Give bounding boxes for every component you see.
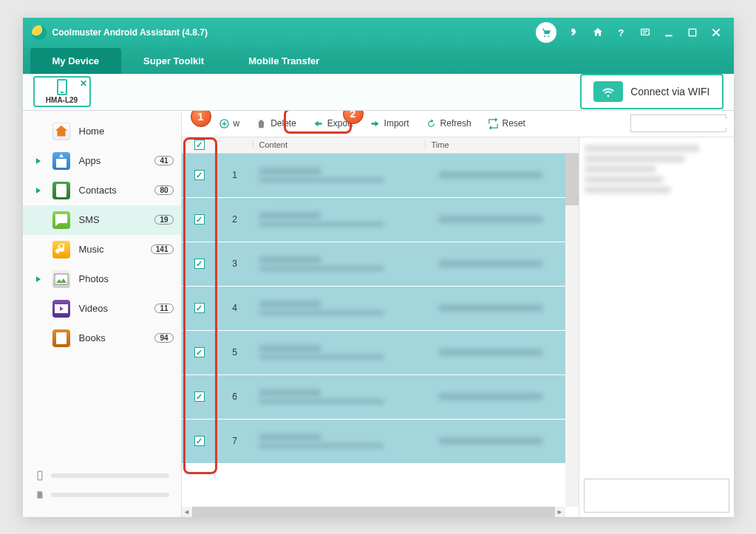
table-row[interactable]: 6 xyxy=(182,375,579,420)
row-number: 2 xyxy=(217,214,253,225)
row-checkbox[interactable] xyxy=(194,303,205,313)
sidebar-label-contacts: Contacts xyxy=(79,185,155,196)
badge-videos: 11 xyxy=(154,304,173,313)
row-number: 7 xyxy=(217,436,253,446)
expand-arrow-icon xyxy=(36,188,41,194)
row-time xyxy=(438,435,579,447)
row-time xyxy=(438,391,579,403)
device-tab[interactable]: ✕ HMA-L29 xyxy=(33,76,91,107)
row-checkbox[interactable] xyxy=(194,170,205,180)
minimize-button[interactable] xyxy=(660,24,678,41)
wifi-icon xyxy=(593,81,623,102)
sidebar-item-apps[interactable]: Apps 41 xyxy=(23,146,181,176)
storage-phone xyxy=(35,468,169,483)
videos-icon xyxy=(52,300,70,318)
refresh-button[interactable]: Refresh xyxy=(426,118,471,129)
sidebar-label-videos: Videos xyxy=(79,303,155,314)
sidebar-item-photos[interactable]: Photos xyxy=(23,264,181,294)
svg-point-1 xyxy=(548,35,549,37)
home-button[interactable] xyxy=(589,24,607,41)
sidebar-label-sms: SMS xyxy=(79,214,155,225)
sidebar-item-home[interactable]: Home xyxy=(23,117,181,146)
row-content xyxy=(253,210,438,229)
h-scrollbar[interactable]: ◄► xyxy=(182,507,565,517)
delete-button[interactable]: Delete xyxy=(256,118,296,129)
row-number: 5 xyxy=(217,347,253,357)
close-button[interactable] xyxy=(707,24,725,41)
help-button[interactable]: ? xyxy=(613,24,630,41)
row-checkbox[interactable] xyxy=(194,391,205,402)
export-button[interactable]: Export xyxy=(313,118,353,129)
row-content xyxy=(253,387,438,406)
svg-text:?: ? xyxy=(618,27,624,38)
photos-icon xyxy=(52,270,70,288)
music-icon xyxy=(52,241,70,259)
table-row[interactable]: 4 xyxy=(182,287,579,331)
v-scrollbar[interactable] xyxy=(565,154,579,507)
sidebar-label-home: Home xyxy=(79,126,174,137)
sd-storage-icon xyxy=(35,487,45,502)
col-content[interactable]: Content xyxy=(253,140,425,149)
table-row[interactable]: 1 xyxy=(182,154,579,198)
new-button[interactable]: w xyxy=(219,118,240,129)
table-header: Content Time xyxy=(182,137,579,154)
sidebar-item-music[interactable]: Music 141 xyxy=(23,235,181,264)
sidebar-item-sms[interactable]: SMS 19 xyxy=(23,205,181,235)
svg-rect-10 xyxy=(38,471,42,480)
row-checkbox[interactable] xyxy=(194,214,205,225)
row-checkbox[interactable] xyxy=(194,347,205,357)
expand-arrow-icon xyxy=(36,158,41,164)
tab-super-toolkit[interactable]: Super Toolkit xyxy=(121,48,226,74)
cart-button[interactable] xyxy=(536,22,556,43)
apps-icon xyxy=(52,152,70,170)
main-panel: w Delete Export Import Refresh Reset Con… xyxy=(182,111,734,517)
row-checkbox[interactable] xyxy=(194,259,205,269)
reply-input[interactable] xyxy=(584,479,729,513)
home-icon xyxy=(52,123,70,140)
maximize-button[interactable] xyxy=(684,24,701,41)
row-number: 6 xyxy=(217,391,253,402)
badge-music: 141 xyxy=(151,244,174,254)
import-button[interactable]: Import xyxy=(370,118,409,129)
row-number: 3 xyxy=(217,259,253,269)
search-field[interactable] xyxy=(631,119,734,128)
device-strip: ✕ HMA-L29 Connect via WIFI xyxy=(23,74,734,111)
sidebar: Home Apps 41 Contacts 80 SMS 19 Mu xyxy=(23,111,182,517)
col-time[interactable]: Time xyxy=(425,140,565,149)
row-time xyxy=(438,169,579,181)
badge-sms: 19 xyxy=(154,215,173,225)
key-button[interactable] xyxy=(565,24,583,41)
select-all-checkbox[interactable] xyxy=(194,140,205,150)
svg-point-0 xyxy=(544,35,545,37)
sidebar-label-photos: Photos xyxy=(79,273,174,284)
table-row[interactable]: 5 xyxy=(182,331,579,375)
sidebar-item-contacts[interactable]: Contacts 80 xyxy=(23,176,181,205)
row-time xyxy=(438,346,579,358)
phone-storage-icon xyxy=(35,468,45,483)
table-row[interactable]: 7 xyxy=(182,420,579,464)
badge-contacts: 80 xyxy=(154,185,173,195)
tab-my-device[interactable]: My Device xyxy=(30,48,122,74)
row-checkbox[interactable] xyxy=(194,436,205,446)
table-row[interactable]: 2 xyxy=(182,198,579,242)
feedback-button[interactable] xyxy=(636,24,654,41)
tab-mobile-transfer[interactable]: Mobile Transfer xyxy=(226,48,341,74)
sidebar-item-videos[interactable]: Videos 11 xyxy=(23,294,181,324)
row-number: 4 xyxy=(217,303,253,313)
reset-button[interactable]: Reset xyxy=(488,118,525,129)
sidebar-item-books[interactable]: Books 94 xyxy=(23,324,181,353)
books-icon xyxy=(52,329,70,347)
table-row[interactable]: 3 xyxy=(182,242,579,287)
connect-wifi-button[interactable]: Connect via WIFI xyxy=(580,74,723,109)
device-close-icon[interactable]: ✕ xyxy=(80,78,87,89)
row-content xyxy=(253,343,438,362)
row-content xyxy=(253,298,438,318)
detail-panel xyxy=(579,137,734,517)
row-content xyxy=(253,254,438,273)
row-content xyxy=(253,431,438,451)
sidebar-label-books: Books xyxy=(79,332,155,343)
connect-wifi-label: Connect via WIFI xyxy=(630,86,709,97)
search-input[interactable] xyxy=(630,114,726,132)
row-time xyxy=(438,302,579,314)
expand-arrow-icon xyxy=(36,276,41,282)
